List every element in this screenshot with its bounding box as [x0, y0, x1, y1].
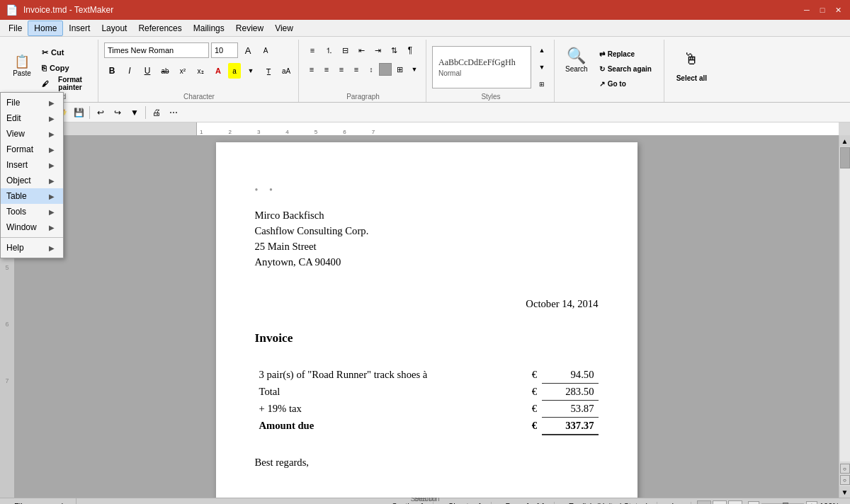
- shrink-font-button[interactable]: A: [258, 42, 273, 58]
- menu-view[interactable]: View: [269, 21, 299, 36]
- context-menu-tools-arrow: ▶: [49, 208, 55, 216]
- context-menu-insert[interactable]: Insert ▶: [1, 157, 63, 173]
- main-area: File ▶ Edit ▶ View ▶ Format ▶ Insert ▶ O…: [0, 135, 850, 498]
- numbered-list-button[interactable]: ⒈: [321, 42, 336, 58]
- highlight-button[interactable]: a: [228, 63, 241, 79]
- superscript-button[interactable]: x²: [175, 63, 191, 79]
- titlebar: 📄 Invoice.tmd - TextMaker ─ □ ✕: [0, 0, 850, 20]
- sort-button[interactable]: ⇅: [386, 42, 402, 58]
- toolbar-extra-button[interactable]: ⋯: [166, 105, 181, 120]
- right-scrollbar[interactable]: ▲ ○ ○ ▼: [839, 135, 850, 498]
- zoom-in-button[interactable]: ○: [840, 475, 850, 485]
- toolbar: ☰ ◄ ▼ 📂 💾 ↩ ↪ ▼ 🖨 ⋯: [0, 103, 850, 122]
- context-menu-table[interactable]: Table ▶: [1, 188, 63, 204]
- menu-home[interactable]: Home: [28, 21, 63, 36]
- go-to-button[interactable]: ↗ Go to: [594, 77, 658, 90]
- scrollbar-track[interactable]: [840, 147, 850, 462]
- search-again-button[interactable]: ↻ Search again: [594, 62, 658, 75]
- selection-icon: 🖱: [684, 50, 699, 69]
- invoice-table: 3 pair(s) of "Road Runner" track shoes à…: [255, 367, 599, 435]
- para-dropdown-button[interactable]: ▼: [407, 62, 421, 76]
- paste-button[interactable]: 📋 Paste: [8, 47, 35, 86]
- decrease-indent-button[interactable]: ⇤: [353, 42, 369, 58]
- italic-button[interactable]: I: [122, 63, 137, 79]
- font-color-button[interactable]: A: [210, 63, 226, 79]
- titlebar-left: 📄 Invoice.tmd - TextMaker: [6, 4, 113, 16]
- menu-mailings[interactable]: Mailings: [188, 21, 230, 36]
- cut-icon: ✂: [42, 48, 48, 57]
- maximize-button[interactable]: □: [816, 4, 829, 16]
- replace-button[interactable]: ⇄ Replace: [594, 47, 658, 60]
- strikethrough-button[interactable]: ab: [157, 63, 173, 79]
- char-case-button[interactable]: aA: [278, 63, 294, 79]
- pilcrow-button[interactable]: ¶: [402, 42, 418, 58]
- dots-decoration: • •: [255, 185, 599, 196]
- select-all-button[interactable]: Select all: [672, 71, 712, 84]
- line-spacing-button[interactable]: ↕: [364, 62, 378, 76]
- menu-insert[interactable]: Insert: [63, 21, 96, 36]
- go-to-icon: ↗: [599, 80, 605, 88]
- copy-button[interactable]: ⎘ Copy: [37, 61, 94, 75]
- context-menu-object[interactable]: Object ▶: [1, 173, 63, 188]
- scroll-extras: ○ ○: [839, 462, 851, 486]
- increase-indent-button[interactable]: ⇥: [370, 42, 385, 58]
- menu-review[interactable]: Review: [230, 21, 269, 36]
- format-painter-icon: 🖌: [42, 80, 49, 88]
- font-size-input[interactable]: [211, 42, 238, 58]
- search-button[interactable]: 🔍 Search: [562, 45, 591, 75]
- context-menu-view[interactable]: View ▶: [1, 135, 63, 142]
- toolbar-separator-1: [89, 106, 90, 119]
- toolbar-undo-more-button[interactable]: ▼: [127, 105, 142, 120]
- context-menu-tools[interactable]: Tools ▶: [1, 204, 63, 219]
- menu-file[interactable]: File: [3, 21, 28, 36]
- bullet-list-button[interactable]: ≡: [305, 42, 320, 58]
- replace-icon: ⇄: [599, 50, 605, 58]
- toolbar-undo-button[interactable]: ↩: [93, 105, 108, 120]
- char-clear-button[interactable]: T̲: [261, 63, 276, 79]
- toolbar-save-button[interactable]: 💾: [71, 105, 86, 120]
- styles-up-button[interactable]: ▲: [534, 42, 550, 58]
- copy-icon: ⎘: [42, 64, 47, 72]
- context-menu-help-arrow: ▶: [49, 244, 55, 252]
- scrollbar-thumb[interactable]: [840, 147, 850, 168]
- borders-button[interactable]: ⊞: [392, 62, 407, 76]
- zoom-out-button[interactable]: ○: [840, 464, 850, 474]
- styles-down-button[interactable]: ▼: [534, 59, 550, 75]
- minimize-button[interactable]: ─: [800, 4, 813, 16]
- search-icon: 🔍: [567, 47, 586, 65]
- format-painter-button[interactable]: 🖌 Format painter: [37, 76, 94, 91]
- subscript-button[interactable]: x₂: [193, 63, 208, 79]
- document-area[interactable]: • • Mirco Backfisch Cashflow Consulting …: [14, 135, 839, 498]
- selection-group: 🖱 Select all Selection: [666, 40, 718, 102]
- char-more-button[interactable]: ▼: [243, 63, 259, 79]
- font-name-input[interactable]: [104, 42, 209, 58]
- styles-expand-button[interactable]: ⊞: [534, 76, 550, 92]
- row3-currency: €: [528, 401, 542, 418]
- close-button[interactable]: ✕: [832, 4, 844, 16]
- multilevel-list-button[interactable]: ⊟: [337, 42, 353, 58]
- align-left-button[interactable]: ≡: [305, 62, 319, 76]
- sender-city: Anytown, CA 90400: [255, 254, 599, 270]
- toolbar-print-button[interactable]: 🖨: [149, 105, 164, 120]
- context-menu-window[interactable]: Window ▶: [1, 219, 63, 235]
- context-menu-help[interactable]: Help ▶: [1, 240, 63, 256]
- menu-references[interactable]: References: [132, 21, 187, 36]
- character-group: A A B I U ab x² x₂ A a ▼ T̲ aA Character: [100, 40, 299, 102]
- menu-layout[interactable]: Layout: [96, 21, 132, 36]
- context-menu-view-arrow: ▶: [49, 135, 55, 138]
- toolbar-redo-button[interactable]: ↪: [110, 105, 125, 120]
- paragraph-group: ≡ ⒈ ⊟ ⇤ ⇥ ⇅ ¶ ≡ ≡ ≡ ≡ ↕ ⊞ ▼: [300, 40, 426, 102]
- cut-button[interactable]: ✂ Cut: [37, 45, 94, 59]
- align-center-button[interactable]: ≡: [319, 62, 334, 76]
- styles-preview-box[interactable]: AaBbCcDdEeFfGgHh Normal: [432, 46, 531, 88]
- context-menu-format[interactable]: Format ▶: [1, 142, 63, 157]
- bold-button[interactable]: B: [104, 63, 120, 79]
- align-justify-button[interactable]: ≡: [349, 62, 363, 76]
- align-right-button[interactable]: ≡: [334, 62, 348, 76]
- grow-font-button[interactable]: A: [240, 42, 256, 58]
- row1-amount: 94.50: [542, 367, 599, 384]
- underline-button[interactable]: U: [140, 63, 155, 79]
- scroll-up-button[interactable]: ▲: [839, 135, 851, 147]
- context-menu-separator: [1, 237, 63, 238]
- shading-button[interactable]: [379, 63, 392, 76]
